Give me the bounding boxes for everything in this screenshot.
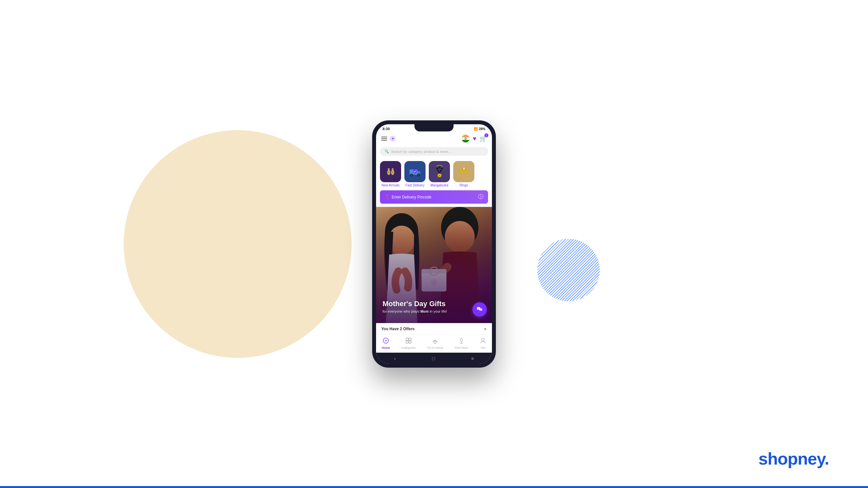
nav-label-try-at-home: Try At Home xyxy=(427,346,443,349)
wishlist-button[interactable]: ♥ xyxy=(473,135,476,142)
search-input[interactable]: 🔍 Search by category, product & more... xyxy=(380,147,488,156)
pincode-bar[interactable]: 📍 Enter Delivery Pincode ⓘ xyxy=(380,190,488,204)
header-left: ✦ xyxy=(381,135,396,142)
status-icons: 📶 28% xyxy=(474,127,486,131)
svg-rect-47 xyxy=(409,338,411,340)
svg-point-3 xyxy=(388,168,390,170)
cart-badge: 1 xyxy=(485,133,488,137)
you-nav-icon xyxy=(479,337,486,346)
svg-point-11 xyxy=(411,174,412,176)
category-item-fast-delivery[interactable]: Fast Delivery xyxy=(404,161,426,187)
offers-bar[interactable]: You Have 2 Offers ∧ xyxy=(376,323,492,334)
search-bar-container: 🔍 Search by category, product & more... xyxy=(376,145,492,159)
offers-count-text: You Have 2 Offers xyxy=(381,327,414,331)
svg-point-13 xyxy=(418,174,420,176)
nav-item-find-store[interactable]: Find Store xyxy=(455,337,468,349)
pincode-info-icon: ⓘ xyxy=(478,194,484,200)
category-item-new-arrivals[interactable]: New Arrivals xyxy=(380,161,401,187)
hero-subtitle: for everyone who plays Mom in your life! xyxy=(382,310,447,313)
app-logo-icon: ✦ xyxy=(389,135,396,142)
offers-chevron-icon: ∧ xyxy=(484,327,487,331)
offers-text: You Have 2 Offers xyxy=(381,327,414,331)
search-icon: 🔍 xyxy=(384,149,389,154)
android-home-button[interactable]: □ xyxy=(432,356,435,361)
category-label-fast-delivery: Fast Delivery xyxy=(405,184,424,187)
pincode-placeholder: Enter Delivery Pincode xyxy=(392,195,431,199)
svg-point-5 xyxy=(392,168,394,170)
category-label-rings: Rings xyxy=(460,184,468,187)
pincode-left: 📍 Enter Delivery Pincode xyxy=(384,195,431,199)
country-flag-india[interactable] xyxy=(462,135,469,142)
phone-screen: 8:30 📶 28% ✦ xyxy=(376,124,492,364)
categories-row: New Arrivals xyxy=(376,159,492,190)
find-store-nav-icon xyxy=(458,337,465,346)
bg-blue-pattern xyxy=(536,237,601,302)
nav-label-categories: Categories xyxy=(401,346,416,349)
shopney-logo: shopney. xyxy=(758,449,829,468)
cart-button[interactable]: 🛒 1 xyxy=(479,135,487,142)
bottom-accent-line xyxy=(0,486,868,488)
svg-point-19 xyxy=(440,170,442,172)
svg-point-18 xyxy=(437,170,439,172)
nav-item-try-at-home[interactable]: Try At Home xyxy=(427,337,443,349)
android-back-button[interactable]: ‹ xyxy=(394,356,396,361)
svg-rect-48 xyxy=(406,341,408,343)
category-img-rings xyxy=(453,161,474,182)
svg-point-7 xyxy=(392,172,393,173)
category-label-mangalsutra: Mangalsutra xyxy=(430,184,448,187)
svg-rect-46 xyxy=(406,338,408,340)
shopney-text: shopney. xyxy=(758,449,829,468)
phone-body: 8:30 📶 28% ✦ xyxy=(372,120,496,368)
battery-icon: 28% xyxy=(479,127,486,131)
category-img-fast-delivery xyxy=(404,161,426,182)
nav-item-home[interactable]: ✦ Home xyxy=(382,337,390,349)
android-recents-button[interactable]: ≡ xyxy=(471,356,474,361)
svg-text:✦: ✦ xyxy=(384,339,387,343)
status-time: 8:30 xyxy=(382,127,390,131)
home-nav-icon: ✦ xyxy=(382,337,389,346)
svg-rect-49 xyxy=(409,341,411,343)
svg-point-42 xyxy=(478,308,478,309)
svg-point-51 xyxy=(460,339,463,341)
location-pin-icon: 📍 xyxy=(384,195,390,199)
header-right: ♥ 🛒 1 xyxy=(462,135,487,142)
svg-rect-28 xyxy=(460,169,461,174)
nav-label-home: Home xyxy=(382,346,390,349)
svg-point-43 xyxy=(480,310,481,310)
svg-rect-50 xyxy=(434,341,436,343)
svg-rect-29 xyxy=(467,169,468,174)
phone-mockup: 8:30 📶 28% ✦ xyxy=(372,120,496,368)
category-item-rings[interactable]: Rings xyxy=(453,161,474,187)
phone-notch xyxy=(414,124,454,131)
wifi-icon: 📶 xyxy=(474,127,477,131)
category-img-new-arrivals xyxy=(380,161,401,182)
category-item-mangalsutra[interactable]: ♦ Mangalsutra xyxy=(429,161,450,187)
bg-warm-circle xyxy=(124,130,352,358)
bottom-navigation: ✦ Home Categories xyxy=(376,334,492,353)
svg-text:✦: ✦ xyxy=(391,137,394,140)
svg-point-6 xyxy=(388,172,390,173)
hamburger-menu-button[interactable] xyxy=(381,137,387,140)
hero-text-overlay: Mother's Day Gifts for everyone who play… xyxy=(382,300,447,313)
android-nav-bar: ‹ □ ≡ xyxy=(376,353,492,364)
nav-item-categories[interactable]: Categories xyxy=(401,337,416,349)
nav-label-find-store: Find Store xyxy=(455,346,468,349)
category-label-new-arrivals: New Arrivals xyxy=(381,184,400,187)
hero-title: Mother's Day Gifts xyxy=(382,300,447,308)
svg-point-15 xyxy=(436,167,438,169)
chat-float-button[interactable] xyxy=(472,302,487,317)
app-header: ✦ ♥ 🛒 xyxy=(376,132,492,145)
try-at-home-nav-icon xyxy=(432,337,438,346)
svg-point-52 xyxy=(482,338,484,341)
search-placeholder-text: Search by category, product & more... xyxy=(391,150,451,154)
nav-item-you[interactable]: You xyxy=(479,337,486,349)
svg-point-16 xyxy=(439,167,440,168)
svg-text:♦: ♦ xyxy=(439,174,440,177)
category-img-mangalsutra: ♦ xyxy=(429,161,450,182)
nav-label-you: You xyxy=(480,346,486,349)
svg-point-17 xyxy=(441,167,443,169)
hero-image: Mother's Day Gifts for everyone who play… xyxy=(376,207,492,323)
categories-nav-icon xyxy=(405,337,412,346)
hero-banner: Mother's Day Gifts for everyone who play… xyxy=(376,207,492,323)
